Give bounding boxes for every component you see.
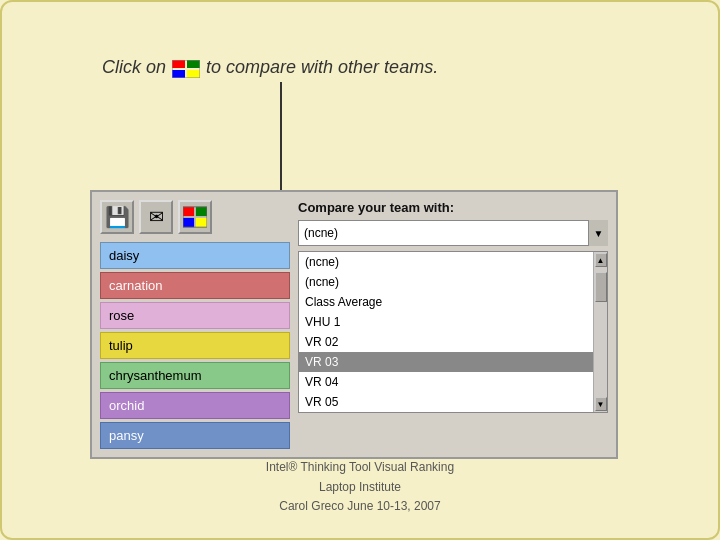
svg-rect-7 (183, 207, 194, 216)
scrollbar[interactable]: ▲ ▼ (593, 252, 607, 412)
scroll-down-button[interactable]: ▼ (595, 397, 607, 411)
compare-listbox[interactable]: (ncne) (ncne) Class Average VHU 1 VR 02 … (298, 251, 608, 413)
footer: Intel® Thinking Tool Visual Ranking Lapt… (2, 458, 718, 516)
svg-rect-0 (172, 60, 185, 68)
instruction-text-before: Click on (102, 57, 166, 78)
team-item-rose[interactable]: rose (100, 302, 290, 329)
team-item-orchid[interactable]: orchid (100, 392, 290, 419)
instruction-text-after: to compare with other teams. (206, 57, 438, 78)
compare-label: Compare your team with: (298, 200, 608, 215)
listbox-item-vhu1[interactable]: VHU 1 (299, 312, 593, 332)
listbox-scroll-area[interactable]: (ncne) (ncne) Class Average VHU 1 VR 02 … (299, 252, 593, 412)
scroll-track (595, 267, 607, 397)
compare-panel: Compare your team with: (ncne) ▼ (ncne) … (298, 200, 608, 449)
scroll-up-button[interactable]: ▲ (595, 253, 607, 267)
footer-line3: Carol Greco June 10-13, 2007 (2, 497, 718, 516)
color-button[interactable] (178, 200, 212, 234)
footer-line1: Intel® Thinking Tool Visual Ranking (2, 458, 718, 477)
listbox-item-ncne1[interactable]: (ncne) (299, 252, 593, 272)
left-section: 💾 ✉ daisy carnatio (100, 200, 290, 449)
svg-rect-9 (183, 218, 194, 227)
scroll-thumb[interactable] (595, 272, 607, 302)
svg-rect-2 (172, 70, 185, 78)
team-item-carnation[interactable]: carnation (100, 272, 290, 299)
listbox-item-vr04[interactable]: VR 04 (299, 372, 593, 392)
compare-dropdown-wrapper: (ncne) ▼ (298, 220, 608, 246)
footer-line2: Laptop Institute (2, 478, 718, 497)
svg-rect-8 (196, 207, 207, 216)
listbox-item-ncne2[interactable]: (ncne) (299, 272, 593, 292)
listbox-item-vr02[interactable]: VR 02 (299, 332, 593, 352)
svg-rect-10 (196, 218, 207, 227)
listbox-item-class-avg[interactable]: Class Average (299, 292, 593, 312)
team-item-tulip[interactable]: tulip (100, 332, 290, 359)
listbox-item-vr05[interactable]: VR 05 (299, 392, 593, 412)
svg-rect-3 (187, 70, 200, 78)
mail-button[interactable]: ✉ (139, 200, 173, 234)
toolbar: 💾 ✉ (100, 200, 290, 234)
main-panel: 💾 ✉ daisy carnatio (90, 190, 618, 459)
compare-dropdown[interactable]: (ncne) (298, 220, 608, 246)
svg-rect-1 (187, 60, 200, 68)
listbox-item-vr03[interactable]: VR 03 (299, 352, 593, 372)
team-item-daisy[interactable]: daisy (100, 242, 290, 269)
compare-icon-inline (172, 60, 200, 78)
content-area: 💾 ✉ daisy carnatio (100, 200, 608, 449)
team-item-pansy[interactable]: pansy (100, 422, 290, 449)
teams-list: daisy carnation rose tulip chrysanthemum… (100, 242, 290, 449)
team-item-chrysanthemum[interactable]: chrysanthemum (100, 362, 290, 389)
save-button[interactable]: 💾 (100, 200, 134, 234)
instruction-area: Click on to compare with other teams. (102, 57, 438, 78)
dropdown-arrow[interactable]: ▼ (588, 220, 608, 246)
slide-container: Click on to compare with other teams. (0, 0, 720, 540)
